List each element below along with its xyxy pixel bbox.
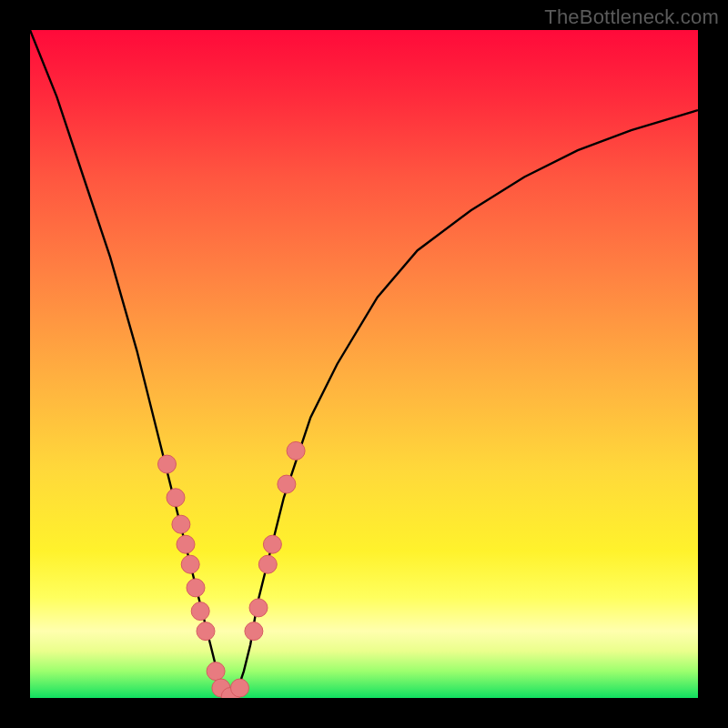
chart-svg	[30, 30, 698, 698]
marker-point	[177, 535, 195, 553]
marker-point	[191, 602, 209, 621]
marker-point	[258, 555, 277, 573]
marker-point	[287, 441, 305, 460]
bottleneck-curve	[30, 30, 698, 698]
marker-point	[172, 515, 190, 533]
marker-point	[207, 662, 225, 681]
watermark-text: TheBottleneck.com	[544, 5, 719, 29]
marker-point	[245, 622, 263, 641]
marker-point	[263, 535, 281, 553]
marker-point	[158, 455, 177, 473]
marker-point	[249, 599, 268, 617]
marker-point	[167, 489, 185, 507]
marker-point	[278, 475, 296, 493]
marker-point	[231, 679, 249, 697]
marker-group	[158, 441, 306, 698]
marker-point	[197, 622, 215, 641]
chart-frame: TheBottleneck.com	[0, 0, 728, 728]
marker-point	[181, 555, 199, 573]
marker-point	[187, 579, 205, 597]
plot-area	[30, 30, 698, 698]
